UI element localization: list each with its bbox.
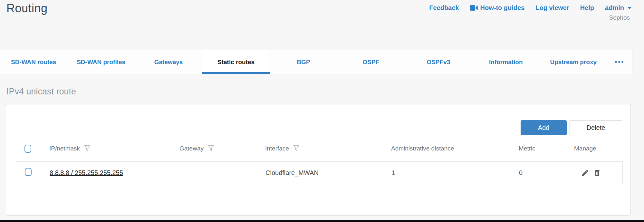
feedback-link[interactable]: Feedback bbox=[429, 4, 459, 12]
select-all-checkbox[interactable] bbox=[24, 145, 31, 153]
interface-cell: Cloudflare_MWAN bbox=[265, 169, 391, 177]
column-header-metric: Metric bbox=[519, 145, 574, 152]
help-label: Help bbox=[580, 4, 594, 12]
manage-label: Manage bbox=[574, 145, 596, 152]
log-viewer-link[interactable]: Log viewer bbox=[535, 4, 569, 12]
table-toolbar: Add Delete bbox=[521, 120, 622, 135]
log-viewer-label: Log viewer bbox=[535, 4, 569, 12]
trash-icon[interactable] bbox=[593, 169, 601, 177]
help-link[interactable]: Help bbox=[580, 4, 594, 12]
top-nav: Feedback How-to guides Log viewer Help a… bbox=[429, 4, 632, 12]
admin-distance-cell: 1 bbox=[391, 169, 519, 177]
page-title: Routing bbox=[6, 2, 48, 15]
route-link[interactable]: 8.8.8.8 / 255.255.255.255 bbox=[50, 169, 123, 176]
more-tabs-button[interactable]: ••• bbox=[607, 50, 632, 74]
howto-guides-label: How-to guides bbox=[480, 4, 525, 12]
tab-ospfv3[interactable]: OSPFv3 bbox=[405, 50, 472, 74]
tab-static-routes[interactable]: Static routes bbox=[202, 50, 269, 74]
column-header-ip-netmask: IP/netmask bbox=[49, 145, 179, 152]
routing-page: Routing Feedback How-to guides Log viewe… bbox=[0, 0, 644, 222]
tab-upstream-proxy[interactable]: Upstream proxy bbox=[540, 50, 607, 74]
video-camera-icon bbox=[470, 5, 478, 11]
admin-distance-label: Administrative distance bbox=[391, 145, 454, 152]
tab-information[interactable]: Information bbox=[472, 50, 539, 74]
column-header-manage: Manage bbox=[574, 145, 623, 152]
metric-label: Metric bbox=[519, 145, 535, 152]
admin-menu[interactable]: admin bbox=[605, 4, 632, 12]
interface-filter-icon[interactable] bbox=[293, 145, 300, 152]
brand-label: Sophos bbox=[609, 14, 630, 21]
admin-label: admin bbox=[605, 4, 624, 12]
column-header-interface: Interface bbox=[265, 145, 391, 152]
interface-label: Interface bbox=[265, 145, 289, 152]
bottom-edge-strip bbox=[0, 220, 644, 222]
tab-sd-wan-routes[interactable]: SD-WAN routes bbox=[0, 50, 67, 74]
delete-button[interactable]: Delete bbox=[570, 120, 622, 135]
header-select-cell bbox=[16, 145, 49, 153]
tab-bar: SD-WAN routes SD-WAN profiles Gateways S… bbox=[0, 50, 632, 74]
ip-netmask-label: IP/netmask bbox=[49, 145, 80, 152]
add-button[interactable]: Add bbox=[521, 120, 567, 135]
tab-bgp[interactable]: BGP bbox=[270, 50, 337, 74]
column-header-gateway: Gateway bbox=[179, 145, 265, 152]
table-row: 8.8.8.8 / 255.255.255.255 Cloudflare_MWA… bbox=[16, 161, 623, 184]
chevron-down-icon bbox=[627, 7, 632, 9]
manage-cell bbox=[574, 169, 622, 177]
row-select-cell bbox=[16, 168, 50, 178]
column-header-admin-distance: Administrative distance bbox=[391, 145, 519, 152]
ipv4-unicast-route-card: Add Delete IP/netmask Gateway Interfac bbox=[6, 104, 631, 216]
ip-netmask-filter-icon[interactable] bbox=[84, 145, 91, 152]
tab-ospf[interactable]: OSPF bbox=[337, 50, 404, 74]
section-title: IPv4 unicast route bbox=[6, 87, 76, 97]
howto-guides-link[interactable]: How-to guides bbox=[470, 4, 525, 12]
tab-sd-wan-profiles[interactable]: SD-WAN profiles bbox=[67, 50, 134, 74]
row-checkbox[interactable] bbox=[25, 168, 32, 176]
edit-icon[interactable] bbox=[581, 169, 589, 177]
gateway-label: Gateway bbox=[179, 145, 204, 152]
tab-gateways[interactable]: Gateways bbox=[135, 50, 202, 74]
feedback-label: Feedback bbox=[429, 4, 459, 12]
table-header: IP/netmask Gateway Interface Administrat… bbox=[16, 143, 623, 154]
gateway-filter-icon[interactable] bbox=[208, 145, 214, 152]
ip-netmask-cell: 8.8.8.8 / 255.255.255.255 bbox=[50, 169, 180, 177]
metric-cell: 0 bbox=[519, 169, 574, 177]
